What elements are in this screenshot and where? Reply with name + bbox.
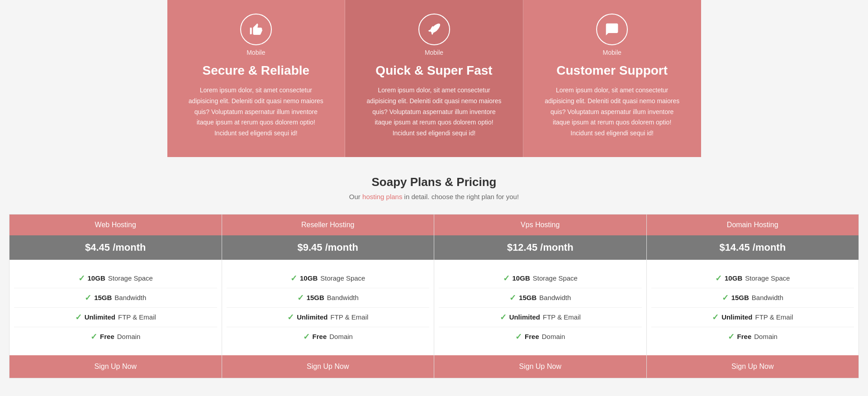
feature-title-1: Quick & Super Fast: [363, 63, 505, 78]
feature-bold: Free: [737, 333, 752, 340]
feature-bold: 10GB: [88, 274, 105, 282]
check-icon: ✓: [287, 312, 294, 322]
features-section: Mobile Secure & Reliable Lorem ipsum dol…: [167, 0, 701, 157]
icon-label-0: Mobile: [185, 49, 327, 56]
feature-bold: Free: [100, 333, 114, 340]
feature-text: Domain: [542, 333, 565, 340]
feature-text: Bandwidth: [114, 294, 146, 301]
plan-name-3: Domain Hosting: [647, 215, 859, 235]
feature-bold: 10GB: [512, 274, 530, 282]
signup-button-0[interactable]: Sign Up Now: [9, 355, 222, 378]
feature-bold: Free: [525, 333, 539, 340]
feature-bold: Unlimited: [85, 313, 115, 321]
plan-name-0: Web Hosting: [9, 215, 222, 235]
signup-button-3[interactable]: Sign Up Now: [647, 355, 859, 378]
check-icon: ✓: [78, 273, 85, 283]
check-icon: ✓: [297, 293, 304, 303]
plan-price-3: $14.45 /month: [647, 235, 859, 260]
subheading-part2: in detail. choose the right plan for you…: [402, 193, 519, 200]
pricing-card-2: Vps Hosting $12.45 /month ✓10GB Storage …: [434, 214, 647, 378]
check-icon: ✓: [503, 273, 510, 283]
pricing-cards: Web Hosting $4.45 /month ✓10GB Storage S…: [9, 214, 859, 378]
feature-text: FTP & Email: [330, 313, 368, 321]
feature-bold: 15GB: [94, 294, 112, 301]
feature-bold: 10GB: [300, 274, 318, 282]
feature-item-1-1: ✓15GB Bandwidth: [227, 288, 430, 308]
plan-name-1: Reseller Hosting: [222, 215, 434, 235]
feature-text: FTP & Email: [543, 313, 581, 321]
feature-item-2-2: ✓Unlimited FTP & Email: [439, 308, 642, 327]
plan-price-2: $12.45 /month: [434, 235, 646, 260]
plan-features-0: ✓10GB Storage Space ✓15GB Bandwidth ✓Unl…: [9, 260, 222, 355]
check-icon: ✓: [515, 332, 522, 342]
pricing-heading: Soapy Plans & Pricing: [9, 175, 859, 189]
feature-item-0-2: ✓Unlimited FTP & Email: [14, 308, 217, 327]
feature-bold: Unlimited: [297, 313, 327, 321]
plan-features-2: ✓10GB Storage Space ✓15GB Bandwidth ✓Unl…: [434, 260, 646, 355]
feature-title-2: Customer Support: [541, 63, 683, 78]
feature-desc-1: Lorem ipsum dolor, sit amet consectetur …: [363, 85, 505, 139]
check-icon: ✓: [85, 293, 91, 303]
feature-item-1-3: ✓Free Domain: [227, 327, 430, 346]
rocket-icon: [418, 14, 450, 45]
check-icon: ✓: [722, 293, 729, 303]
feature-text: Storage Space: [745, 274, 790, 282]
feature-bold: 15GB: [731, 294, 749, 301]
plan-features-1: ✓10GB Storage Space ✓15GB Bandwidth ✓Unl…: [222, 260, 434, 355]
icon-label-2: Mobile: [541, 49, 683, 56]
plan-name-2: Vps Hosting: [434, 215, 646, 235]
thumbs-up-icon: [240, 14, 272, 45]
check-icon: ✓: [303, 332, 310, 342]
feature-card-0: Mobile Secure & Reliable Lorem ipsum dol…: [167, 0, 346, 157]
feature-text: Storage Space: [320, 274, 365, 282]
signup-button-2[interactable]: Sign Up Now: [434, 355, 646, 378]
check-icon: ✓: [715, 273, 722, 283]
feature-text: Bandwidth: [327, 294, 359, 301]
feature-item-0-0: ✓10GB Storage Space: [14, 269, 217, 288]
pricing-card-0: Web Hosting $4.45 /month ✓10GB Storage S…: [9, 214, 222, 378]
feature-card-1: Mobile Quick & Super Fast Lorem ipsum do…: [345, 0, 523, 157]
feature-bold: Unlimited: [509, 313, 540, 321]
subheading-highlight: hosting plans: [362, 193, 402, 200]
feature-item-2-3: ✓Free Domain: [439, 327, 642, 346]
plan-features-3: ✓10GB Storage Space ✓15GB Bandwidth ✓Unl…: [647, 260, 859, 355]
check-icon: ✓: [90, 332, 97, 342]
feature-desc-2: Lorem ipsum dolor, sit amet consectetur …: [541, 85, 683, 139]
pricing-subheading: Our hosting plans in detail. choose the …: [9, 193, 859, 200]
feature-desc-0: Lorem ipsum dolor, sit amet consectetur …: [185, 85, 327, 139]
feature-item-0-1: ✓15GB Bandwidth: [14, 288, 217, 308]
feature-title-0: Secure & Reliable: [185, 63, 327, 78]
plan-price-1: $9.45 /month: [222, 235, 434, 260]
check-icon: ✓: [509, 293, 516, 303]
feature-item-3-0: ✓10GB Storage Space: [651, 269, 854, 288]
feature-bold: 15GB: [307, 294, 324, 301]
feature-bold: 15GB: [519, 294, 536, 301]
chat-icon: [596, 14, 628, 45]
check-icon: ✓: [75, 312, 82, 322]
feature-text: Storage Space: [533, 274, 578, 282]
feature-text: Domain: [117, 333, 141, 340]
plan-price-0: $4.45 /month: [9, 235, 222, 260]
pricing-card-3: Domain Hosting $14.45 /month ✓10GB Stora…: [647, 214, 859, 378]
subheading-part1: Our: [349, 193, 362, 200]
check-icon: ✓: [290, 273, 297, 283]
feature-text: Storage Space: [108, 274, 153, 282]
signup-button-1[interactable]: Sign Up Now: [222, 355, 434, 378]
check-icon: ✓: [712, 312, 719, 322]
feature-text: Domain: [754, 333, 778, 340]
feature-item-3-1: ✓15GB Bandwidth: [651, 288, 854, 308]
check-icon: ✓: [500, 312, 507, 322]
icon-label-1: Mobile: [363, 49, 505, 56]
feature-text: FTP & Email: [755, 313, 793, 321]
feature-text: Domain: [329, 333, 353, 340]
pricing-section: Soapy Plans & Pricing Our hosting plans …: [0, 157, 868, 387]
feature-bold: 10GB: [725, 274, 742, 282]
feature-item-2-0: ✓10GB Storage Space: [439, 269, 642, 288]
feature-bold: Unlimited: [721, 313, 752, 321]
check-icon: ✓: [728, 332, 735, 342]
feature-text: Bandwidth: [752, 294, 783, 301]
feature-bold: Free: [313, 333, 327, 340]
feature-text: FTP & Email: [118, 313, 156, 321]
pricing-card-1: Reseller Hosting $9.45 /month ✓10GB Stor…: [222, 214, 435, 378]
feature-text: Bandwidth: [539, 294, 571, 301]
